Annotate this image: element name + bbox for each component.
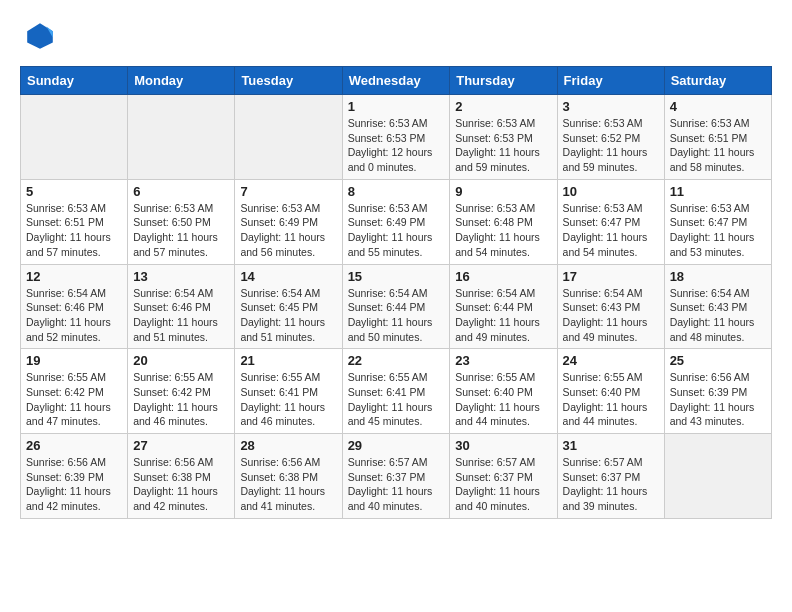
day-number: 13	[133, 269, 229, 284]
calendar-cell: 7Sunrise: 6:53 AMSunset: 6:49 PMDaylight…	[235, 179, 342, 264]
day-info: Sunrise: 6:57 AMSunset: 6:37 PMDaylight:…	[563, 455, 659, 514]
day-number: 20	[133, 353, 229, 368]
calendar-cell: 2Sunrise: 6:53 AMSunset: 6:53 PMDaylight…	[450, 95, 557, 180]
col-header-friday: Friday	[557, 67, 664, 95]
day-number: 30	[455, 438, 551, 453]
day-number: 4	[670, 99, 766, 114]
day-info: Sunrise: 6:55 AMSunset: 6:42 PMDaylight:…	[133, 370, 229, 429]
day-info: Sunrise: 6:53 AMSunset: 6:47 PMDaylight:…	[563, 201, 659, 260]
day-number: 25	[670, 353, 766, 368]
day-number: 21	[240, 353, 336, 368]
day-number: 12	[26, 269, 122, 284]
day-info: Sunrise: 6:53 AMSunset: 6:52 PMDaylight:…	[563, 116, 659, 175]
day-info: Sunrise: 6:54 AMSunset: 6:44 PMDaylight:…	[455, 286, 551, 345]
calendar-cell: 25Sunrise: 6:56 AMSunset: 6:39 PMDayligh…	[664, 349, 771, 434]
calendar-cell: 15Sunrise: 6:54 AMSunset: 6:44 PMDayligh…	[342, 264, 450, 349]
day-info: Sunrise: 6:55 AMSunset: 6:41 PMDaylight:…	[348, 370, 445, 429]
calendar-cell: 27Sunrise: 6:56 AMSunset: 6:38 PMDayligh…	[128, 434, 235, 519]
day-number: 28	[240, 438, 336, 453]
col-header-thursday: Thursday	[450, 67, 557, 95]
day-number: 16	[455, 269, 551, 284]
day-info: Sunrise: 6:56 AMSunset: 6:39 PMDaylight:…	[670, 370, 766, 429]
day-number: 7	[240, 184, 336, 199]
calendar-cell: 11Sunrise: 6:53 AMSunset: 6:47 PMDayligh…	[664, 179, 771, 264]
day-number: 24	[563, 353, 659, 368]
day-number: 2	[455, 99, 551, 114]
calendar-cell: 4Sunrise: 6:53 AMSunset: 6:51 PMDaylight…	[664, 95, 771, 180]
day-info: Sunrise: 6:55 AMSunset: 6:41 PMDaylight:…	[240, 370, 336, 429]
day-info: Sunrise: 6:53 AMSunset: 6:51 PMDaylight:…	[26, 201, 122, 260]
calendar-cell: 28Sunrise: 6:56 AMSunset: 6:38 PMDayligh…	[235, 434, 342, 519]
calendar-cell: 18Sunrise: 6:54 AMSunset: 6:43 PMDayligh…	[664, 264, 771, 349]
col-header-monday: Monday	[128, 67, 235, 95]
calendar-header-row: SundayMondayTuesdayWednesdayThursdayFrid…	[21, 67, 772, 95]
calendar-week-row: 19Sunrise: 6:55 AMSunset: 6:42 PMDayligh…	[21, 349, 772, 434]
day-info: Sunrise: 6:54 AMSunset: 6:45 PMDaylight:…	[240, 286, 336, 345]
calendar-cell	[21, 95, 128, 180]
calendar-cell: 14Sunrise: 6:54 AMSunset: 6:45 PMDayligh…	[235, 264, 342, 349]
calendar-cell: 6Sunrise: 6:53 AMSunset: 6:50 PMDaylight…	[128, 179, 235, 264]
day-info: Sunrise: 6:55 AMSunset: 6:40 PMDaylight:…	[563, 370, 659, 429]
day-info: Sunrise: 6:55 AMSunset: 6:40 PMDaylight:…	[455, 370, 551, 429]
calendar-cell: 31Sunrise: 6:57 AMSunset: 6:37 PMDayligh…	[557, 434, 664, 519]
day-info: Sunrise: 6:53 AMSunset: 6:49 PMDaylight:…	[240, 201, 336, 260]
col-header-sunday: Sunday	[21, 67, 128, 95]
day-info: Sunrise: 6:54 AMSunset: 6:43 PMDaylight:…	[670, 286, 766, 345]
day-info: Sunrise: 6:53 AMSunset: 6:50 PMDaylight:…	[133, 201, 229, 260]
page-header	[20, 20, 772, 56]
day-info: Sunrise: 6:53 AMSunset: 6:49 PMDaylight:…	[348, 201, 445, 260]
col-header-saturday: Saturday	[664, 67, 771, 95]
calendar-cell: 16Sunrise: 6:54 AMSunset: 6:44 PMDayligh…	[450, 264, 557, 349]
day-number: 18	[670, 269, 766, 284]
calendar-cell: 22Sunrise: 6:55 AMSunset: 6:41 PMDayligh…	[342, 349, 450, 434]
day-number: 14	[240, 269, 336, 284]
day-number: 19	[26, 353, 122, 368]
day-number: 6	[133, 184, 229, 199]
day-number: 8	[348, 184, 445, 199]
calendar-cell: 12Sunrise: 6:54 AMSunset: 6:46 PMDayligh…	[21, 264, 128, 349]
calendar-week-row: 12Sunrise: 6:54 AMSunset: 6:46 PMDayligh…	[21, 264, 772, 349]
calendar-cell: 1Sunrise: 6:53 AMSunset: 6:53 PMDaylight…	[342, 95, 450, 180]
day-info: Sunrise: 6:57 AMSunset: 6:37 PMDaylight:…	[455, 455, 551, 514]
col-header-wednesday: Wednesday	[342, 67, 450, 95]
day-number: 9	[455, 184, 551, 199]
calendar-cell: 29Sunrise: 6:57 AMSunset: 6:37 PMDayligh…	[342, 434, 450, 519]
calendar-cell: 30Sunrise: 6:57 AMSunset: 6:37 PMDayligh…	[450, 434, 557, 519]
calendar-cell: 13Sunrise: 6:54 AMSunset: 6:46 PMDayligh…	[128, 264, 235, 349]
day-info: Sunrise: 6:57 AMSunset: 6:37 PMDaylight:…	[348, 455, 445, 514]
day-info: Sunrise: 6:55 AMSunset: 6:42 PMDaylight:…	[26, 370, 122, 429]
calendar-week-row: 1Sunrise: 6:53 AMSunset: 6:53 PMDaylight…	[21, 95, 772, 180]
calendar-week-row: 5Sunrise: 6:53 AMSunset: 6:51 PMDaylight…	[21, 179, 772, 264]
day-number: 26	[26, 438, 122, 453]
day-number: 5	[26, 184, 122, 199]
day-number: 22	[348, 353, 445, 368]
day-number: 29	[348, 438, 445, 453]
day-number: 10	[563, 184, 659, 199]
day-info: Sunrise: 6:53 AMSunset: 6:51 PMDaylight:…	[670, 116, 766, 175]
calendar-cell: 8Sunrise: 6:53 AMSunset: 6:49 PMDaylight…	[342, 179, 450, 264]
day-number: 27	[133, 438, 229, 453]
calendar-cell: 17Sunrise: 6:54 AMSunset: 6:43 PMDayligh…	[557, 264, 664, 349]
day-info: Sunrise: 6:54 AMSunset: 6:43 PMDaylight:…	[563, 286, 659, 345]
day-info: Sunrise: 6:54 AMSunset: 6:46 PMDaylight:…	[133, 286, 229, 345]
calendar-cell: 21Sunrise: 6:55 AMSunset: 6:41 PMDayligh…	[235, 349, 342, 434]
calendar-cell: 23Sunrise: 6:55 AMSunset: 6:40 PMDayligh…	[450, 349, 557, 434]
day-number: 23	[455, 353, 551, 368]
day-info: Sunrise: 6:56 AMSunset: 6:39 PMDaylight:…	[26, 455, 122, 514]
day-number: 17	[563, 269, 659, 284]
calendar-cell: 19Sunrise: 6:55 AMSunset: 6:42 PMDayligh…	[21, 349, 128, 434]
calendar-cell: 10Sunrise: 6:53 AMSunset: 6:47 PMDayligh…	[557, 179, 664, 264]
calendar-cell	[664, 434, 771, 519]
day-info: Sunrise: 6:54 AMSunset: 6:46 PMDaylight:…	[26, 286, 122, 345]
calendar-cell: 24Sunrise: 6:55 AMSunset: 6:40 PMDayligh…	[557, 349, 664, 434]
day-info: Sunrise: 6:53 AMSunset: 6:53 PMDaylight:…	[348, 116, 445, 175]
logo	[20, 20, 56, 56]
calendar-cell: 26Sunrise: 6:56 AMSunset: 6:39 PMDayligh…	[21, 434, 128, 519]
day-info: Sunrise: 6:53 AMSunset: 6:53 PMDaylight:…	[455, 116, 551, 175]
calendar-cell	[128, 95, 235, 180]
day-number: 11	[670, 184, 766, 199]
day-number: 3	[563, 99, 659, 114]
day-info: Sunrise: 6:56 AMSunset: 6:38 PMDaylight:…	[133, 455, 229, 514]
calendar-cell: 5Sunrise: 6:53 AMSunset: 6:51 PMDaylight…	[21, 179, 128, 264]
day-info: Sunrise: 6:53 AMSunset: 6:48 PMDaylight:…	[455, 201, 551, 260]
